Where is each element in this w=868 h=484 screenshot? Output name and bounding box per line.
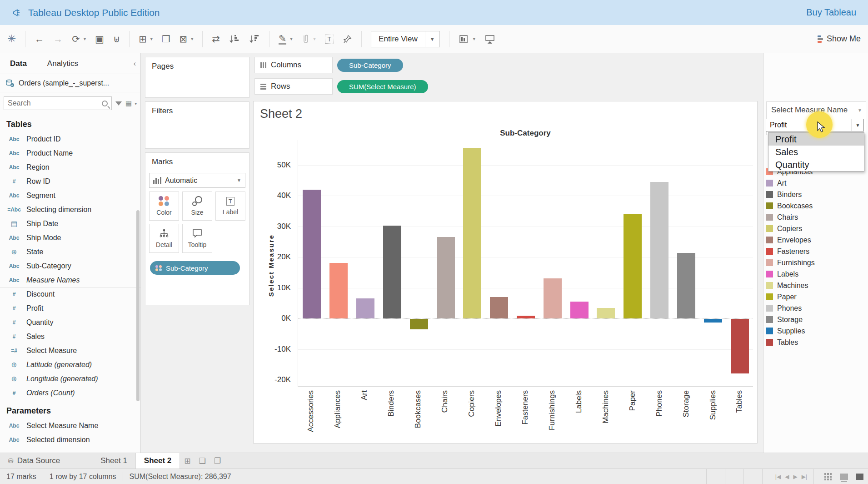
tableau-logo-icon[interactable]: ✳ — [7, 34, 16, 44]
highlight-icon[interactable]: ✎ — [279, 34, 287, 45]
add-data-icon[interactable]: ⊎ — [113, 34, 120, 44]
x-label-bookcases[interactable]: Bookcases — [414, 390, 423, 428]
combo-caret-icon[interactable]: ▼ — [852, 119, 863, 131]
bar-labels[interactable] — [570, 302, 589, 318]
legend-item-envelopes[interactable]: Envelopes — [766, 234, 815, 246]
detail-button[interactable]: Detail — [149, 224, 179, 253]
fit-selector-caret-icon[interactable]: ▼ — [425, 31, 439, 47]
clear-sheet-caret-icon[interactable]: ▾ — [191, 36, 193, 41]
marks-pill-sub-category[interactable]: Sub-Category — [150, 261, 240, 275]
group-caret-icon[interactable]: ▾ — [314, 36, 316, 41]
show-hide-cards-icon[interactable] — [459, 34, 469, 44]
bar-machines[interactable] — [597, 308, 615, 318]
bar-paper[interactable] — [624, 214, 642, 318]
field-selecting-dimension[interactable]: =AbcSelecting dimension — [0, 202, 140, 217]
sidebar-scrollbar[interactable] — [136, 210, 140, 401]
x-label-chairs[interactable]: Chairs — [440, 390, 449, 413]
datasource-item[interactable]: Orders (sample_-_superst... — [0, 74, 140, 92]
redo-icon[interactable]: → — [53, 34, 63, 44]
x-label-binders[interactable]: Binders — [387, 390, 396, 417]
x-label-supplies[interactable]: Supplies — [708, 390, 718, 420]
rows-shelf-label-card[interactable]: Rows — [254, 78, 333, 95]
x-label-copiers[interactable]: Copiers — [467, 390, 476, 417]
x-label-envelopes[interactable]: Envelopes — [494, 390, 503, 426]
search-box[interactable] — [4, 96, 112, 110]
new-story-tab-icon[interactable]: ❐ — [210, 453, 225, 469]
show-sheet-sorter-icon[interactable] — [824, 473, 832, 480]
rows-pill-sum-select-measure[interactable]: SUM(Select Measure) — [337, 80, 428, 93]
legend-item-chairs[interactable]: Chairs — [766, 212, 815, 223]
tab-data-source[interactable]: ⛁ Data Source — [0, 453, 92, 469]
legend-item-machines[interactable]: Machines — [766, 280, 815, 291]
field-sales[interactable]: #Sales — [0, 329, 140, 343]
color-button[interactable]: Color — [149, 192, 179, 221]
x-label-paper[interactable]: Paper — [628, 390, 637, 411]
filter-fields-icon[interactable] — [115, 101, 122, 106]
previous-sheet-icon[interactable]: ◀ — [785, 474, 789, 480]
replay-icon[interactable]: ⟳ — [72, 34, 80, 44]
field-quantity[interactable]: #Quantity — [0, 315, 140, 329]
new-worksheet-caret-icon[interactable]: ▾ — [150, 36, 153, 41]
legend-item-bookcases[interactable]: Bookcases — [766, 200, 815, 212]
bar-bookcases[interactable] — [410, 319, 428, 329]
field-ship-mode[interactable]: AbcShip Mode — [0, 231, 140, 245]
presentation-mode-icon[interactable] — [484, 34, 495, 45]
legend-item-art[interactable]: Art — [766, 177, 815, 189]
field-region[interactable]: AbcRegion — [0, 160, 140, 174]
bar-furnishings[interactable] — [544, 278, 562, 318]
x-label-appliances[interactable]: Appliances — [333, 390, 342, 428]
new-worksheet-icon[interactable]: ⊞ — [139, 34, 147, 44]
field-select-measure[interactable]: =#Select Measure — [0, 343, 140, 358]
bar-appliances[interactable] — [329, 263, 348, 318]
bar-chairs[interactable] — [437, 237, 455, 318]
highlight-caret-icon[interactable]: ▾ — [290, 36, 292, 41]
field-latitude-generated[interactable]: ⊕Latitude (generated) — [0, 358, 140, 372]
columns-shelf-label-card[interactable]: Columns — [254, 57, 333, 73]
filters-shelf[interactable]: Filters — [145, 101, 249, 149]
legend-item-binders[interactable]: Binders — [766, 189, 815, 200]
size-button[interactable]: Size — [182, 192, 212, 221]
legend-item-storage[interactable]: Storage — [766, 314, 815, 325]
field-product-name[interactable]: AbcProduct Name — [0, 146, 140, 160]
field-select-measure-name[interactable]: AbcSelect Measure Name — [0, 418, 140, 433]
tab-analytics[interactable]: Analytics — [37, 53, 129, 74]
bar-copiers[interactable] — [463, 148, 481, 318]
field-sub-category[interactable]: AbcSub-Category — [0, 259, 140, 273]
show-mark-labels-icon[interactable]: T — [325, 35, 334, 44]
search-input[interactable] — [8, 99, 102, 107]
fit-selector[interactable]: Entire View ▼ — [371, 31, 440, 47]
legend-item-labels[interactable]: Labels — [766, 268, 815, 280]
collapse-pane-icon[interactable]: ‹ — [129, 53, 140, 74]
field-profit[interactable]: #Profit — [0, 301, 140, 315]
legend-item-supplies[interactable]: Supplies — [766, 325, 815, 337]
group-paperclip-icon[interactable] — [302, 34, 310, 45]
show-filmstrip-icon[interactable] — [840, 474, 848, 480]
view-options-icon[interactable]: ▦ — [125, 99, 132, 107]
x-label-art[interactable]: Art — [360, 390, 369, 400]
show-me-button[interactable]: Show Me — [818, 34, 861, 44]
last-sheet-icon[interactable]: ▶| — [802, 474, 807, 480]
legend-item-fasteners[interactable]: Fasteners — [766, 246, 815, 257]
new-worksheet-tab-icon[interactable]: ⊞ — [180, 453, 195, 469]
x-label-fasteners[interactable]: Fasteners — [521, 390, 530, 425]
bar-envelopes[interactable] — [490, 297, 508, 318]
columns-pill-sub-category[interactable]: Sub-Category — [337, 59, 403, 72]
x-axis-labels[interactable]: AccessoriesAppliancesArtBindersBookcases… — [298, 390, 753, 443]
show-tabs-icon[interactable] — [856, 474, 863, 480]
bar-storage[interactable] — [677, 253, 695, 318]
show-hide-cards-caret-icon[interactable]: ▾ — [473, 36, 475, 41]
fields-menu-caret-icon[interactable]: ▾ — [135, 101, 137, 106]
swap-axes-icon[interactable]: ⇄ — [212, 34, 220, 44]
buy-tableau-link[interactable]: Buy Tableau — [806, 7, 856, 18]
x-label-labels[interactable]: Labels — [574, 390, 584, 413]
tab-sheet-1[interactable]: Sheet 1 — [92, 453, 136, 469]
legend-item-paper[interactable]: Paper — [766, 291, 815, 302]
y-axis-ticks[interactable]: 50K40K30K20K10K0K-10K-20K — [266, 140, 294, 387]
x-label-storage[interactable]: Storage — [682, 390, 691, 418]
legend-item-tables[interactable]: Tables — [766, 337, 815, 348]
tooltip-button[interactable]: Tooltip — [182, 224, 212, 253]
field-orders-count[interactable]: #Orders (Count) — [0, 386, 140, 400]
bar-accessories[interactable] — [303, 190, 321, 318]
tab-sheet-2[interactable]: Sheet 2 — [136, 453, 180, 469]
sort-ascending-icon[interactable] — [229, 34, 240, 44]
